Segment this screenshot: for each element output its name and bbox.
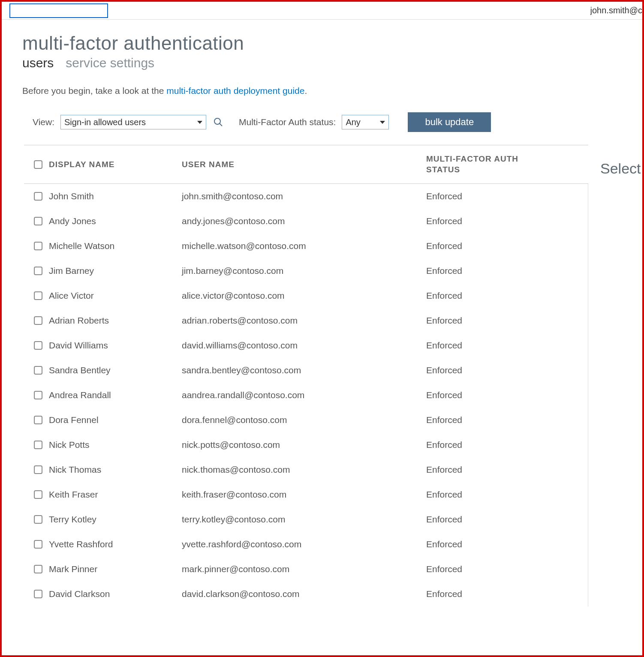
cell-user-name: david.williams@contoso.com xyxy=(182,340,426,351)
table-row[interactable]: Mark Pinnermark.pinner@contoso.comEnforc… xyxy=(24,557,588,582)
cell-mfa-status: Enforced xyxy=(426,191,588,201)
col-mfa-status[interactable]: MULTI-FACTOR AUTH STATUS xyxy=(426,154,546,175)
cell-display-name: David Clarkson xyxy=(49,589,182,599)
table-row[interactable]: Dora Fenneldora.fennel@contoso.comEnforc… xyxy=(24,408,588,432)
row-checkbox[interactable] xyxy=(34,391,42,399)
cell-display-name: Sandra Bentley xyxy=(49,365,182,375)
intro-prefix: Before you begin, take a look at the xyxy=(22,86,166,96)
side-panel-title: Select xyxy=(600,160,642,177)
svg-line-1 xyxy=(220,123,222,126)
table-row[interactable]: Adrian Robertsadrian.roberts@contoso.com… xyxy=(24,308,588,333)
cell-user-name: jim.barney@contoso.com xyxy=(182,266,426,276)
tenant-selector[interactable] xyxy=(9,3,108,18)
cell-display-name: Dora Fennel xyxy=(49,415,182,425)
cell-display-name: Adrian Roberts xyxy=(49,315,182,326)
table-row[interactable]: Sandra Bentleysandra.bentley@contoso.com… xyxy=(24,358,588,383)
cell-user-name: michelle.watson@contoso.com xyxy=(182,241,426,251)
table-body: John Smithjohn.smith@contoso.comEnforced… xyxy=(22,184,588,606)
table-row[interactable]: John Smithjohn.smith@contoso.comEnforced xyxy=(24,184,588,209)
cell-user-name: mark.pinner@contoso.com xyxy=(182,564,426,574)
table-row[interactable]: David Williamsdavid.williams@contoso.com… xyxy=(24,333,588,358)
bulk-update-button[interactable]: bulk update xyxy=(408,112,491,132)
row-checkbox[interactable] xyxy=(34,565,42,573)
mfa-status-label: Multi-Factor Auth status: xyxy=(239,117,336,127)
table-row[interactable]: Michelle Watsonmichelle.watson@contoso.c… xyxy=(24,234,588,258)
cell-mfa-status: Enforced xyxy=(426,266,588,276)
cell-mfa-status: Enforced xyxy=(426,564,588,574)
cell-mfa-status: Enforced xyxy=(426,241,588,251)
row-checkbox[interactable] xyxy=(34,341,42,350)
mfa-status-select[interactable]: Any xyxy=(342,115,389,129)
tab-users[interactable]: users xyxy=(22,56,54,70)
table-row[interactable]: Andrea Randallaandrea.randall@contoso.co… xyxy=(24,383,588,408)
users-table: DISPLAY NAME USER NAME MULTI-FACTOR AUTH… xyxy=(22,145,588,606)
page-title: multi-factor authentication xyxy=(22,33,642,54)
side-panel: Select xyxy=(588,145,642,606)
table-row[interactable]: Keith Fraserkeith.fraser@contoso.comEnfo… xyxy=(24,482,588,507)
cell-user-name: nick.thomas@contoso.com xyxy=(182,465,426,475)
row-checkbox[interactable] xyxy=(34,242,42,250)
row-checkbox[interactable] xyxy=(34,416,42,424)
search-icon[interactable] xyxy=(212,116,224,128)
table-row[interactable]: Nick Pottsnick.potts@contoso.comEnforced xyxy=(24,432,588,457)
cell-display-name: Mark Pinner xyxy=(49,564,182,574)
cell-display-name: Andy Jones xyxy=(49,216,182,226)
col-user-name[interactable]: USER NAME xyxy=(182,160,426,169)
cell-user-name: yvette.rashford@contoso.com xyxy=(182,539,426,549)
cell-mfa-status: Enforced xyxy=(426,489,588,500)
row-checkbox[interactable] xyxy=(34,490,42,499)
controls-bar: View: Sign-in allowed users Multi-Factor… xyxy=(22,112,642,132)
table-wrap: DISPLAY NAME USER NAME MULTI-FACTOR AUTH… xyxy=(22,145,642,606)
row-checkbox[interactable] xyxy=(34,540,42,549)
cell-display-name: David Williams xyxy=(49,340,182,351)
row-checkbox[interactable] xyxy=(34,515,42,524)
table-row[interactable]: Nick Thomasnick.thomas@contoso.comEnforc… xyxy=(24,457,588,482)
table-row[interactable]: Andy Jonesandy.jones@contoso.comEnforced xyxy=(24,209,588,234)
cell-user-name: andy.jones@contoso.com xyxy=(182,216,426,226)
cell-user-name: john.smith@contoso.com xyxy=(182,191,426,201)
row-checkbox[interactable] xyxy=(34,217,42,225)
cell-user-name: aandrea.randall@contoso.com xyxy=(182,390,426,400)
cell-user-name: alice.victor@contoso.com xyxy=(182,291,426,301)
tabs: users service settings xyxy=(22,56,642,70)
cell-user-name: adrian.roberts@contoso.com xyxy=(182,315,426,326)
table-row[interactable]: David Clarksondavid.clarkson@contoso.com… xyxy=(24,582,588,606)
deployment-guide-link[interactable]: multi-factor auth deployment guide xyxy=(166,86,304,96)
cell-mfa-status: Enforced xyxy=(426,340,588,351)
tab-service-settings[interactable]: service settings xyxy=(66,56,154,70)
select-all-checkbox[interactable] xyxy=(34,160,42,169)
cell-display-name: Andrea Randall xyxy=(49,390,182,400)
table-header: DISPLAY NAME USER NAME MULTI-FACTOR AUTH… xyxy=(24,145,588,184)
cell-display-name: Michelle Watson xyxy=(49,241,182,251)
view-select[interactable]: Sign-in allowed users xyxy=(60,115,206,129)
table-row[interactable]: Yvette Rashfordyvette.rashford@contoso.c… xyxy=(24,532,588,557)
table-row[interactable]: Terry Kotleyterry.kotley@contoso.comEnfo… xyxy=(24,507,588,532)
cell-display-name: Nick Potts xyxy=(49,440,182,450)
row-checkbox[interactable] xyxy=(34,192,42,201)
col-display-name[interactable]: DISPLAY NAME xyxy=(49,160,182,169)
view-select-value: Sign-in allowed users xyxy=(64,117,146,127)
cell-display-name: Alice Victor xyxy=(49,291,182,301)
row-checkbox[interactable] xyxy=(34,590,42,598)
row-checkbox[interactable] xyxy=(34,267,42,275)
mfa-status-value: Any xyxy=(346,117,360,127)
row-checkbox[interactable] xyxy=(34,366,42,375)
cell-mfa-status: Enforced xyxy=(426,465,588,475)
cell-display-name: Nick Thomas xyxy=(49,465,182,475)
row-checkbox[interactable] xyxy=(34,441,42,449)
table-row[interactable]: Jim Barneyjim.barney@contoso.comEnforced xyxy=(24,258,588,283)
table-row[interactable]: Alice Victoralice.victor@contoso.comEnfo… xyxy=(24,283,588,308)
signed-in-user: john.smith@c xyxy=(590,6,642,15)
cell-display-name: Keith Fraser xyxy=(49,489,182,500)
main-content: multi-factor authentication users servic… xyxy=(2,20,642,606)
cell-mfa-status: Enforced xyxy=(426,216,588,226)
view-label: View: xyxy=(33,117,54,127)
row-checkbox[interactable] xyxy=(34,316,42,325)
cell-display-name: John Smith xyxy=(49,191,182,201)
cell-user-name: nick.potts@contoso.com xyxy=(182,440,426,450)
cell-user-name: dora.fennel@contoso.com xyxy=(182,415,426,425)
cell-display-name: Jim Barney xyxy=(49,266,182,276)
cell-mfa-status: Enforced xyxy=(426,539,588,549)
row-checkbox[interactable] xyxy=(34,291,42,300)
row-checkbox[interactable] xyxy=(34,465,42,474)
